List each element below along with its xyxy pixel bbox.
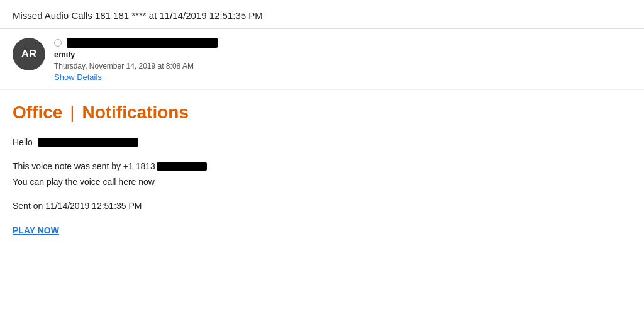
recipient-redacted [67, 38, 218, 48]
separator: | [70, 103, 74, 122]
sent-on-line: Sent on 11/14/2019 12:51:35 PM [13, 199, 631, 213]
notifications-label: Notifications [82, 103, 189, 122]
show-details-container: Show Details [54, 72, 218, 82]
email-body: Office | Notifications Hello This voice … [0, 90, 644, 250]
body-content: Hello This voice note was sent by +1 181… [13, 135, 631, 237]
office-label: Office [13, 103, 62, 122]
hello-name-redacted [38, 138, 138, 147]
show-details-link[interactable]: Show Details [54, 72, 102, 82]
sender-name: emily [54, 49, 218, 59]
avatar: AR [13, 38, 45, 70]
sender-date: Thursday, November 14, 2019 at 8:08 AM [54, 60, 218, 70]
play-call-line: You can play the voice call here now [13, 175, 631, 189]
play-now-container: PLAY NOW [13, 223, 631, 237]
email-subject: Missed Audio Calls 181 181 **** at 11/14… [0, 0, 644, 29]
voice-note-line: This voice note was sent by +1 1813 [13, 159, 631, 173]
office-notifications-heading: Office | Notifications [13, 103, 631, 123]
hello-line: Hello [13, 135, 631, 149]
phone-suffix-redacted [157, 162, 207, 171]
play-now-link[interactable]: PLAY NOW [13, 225, 59, 235]
sender-row: AR emily Thursday, November 14, 2019 at … [0, 29, 644, 90]
sender-info: emily Thursday, November 14, 2019 at 8:0… [54, 38, 218, 82]
sender-to-line [54, 38, 218, 48]
to-indicator-icon [54, 39, 62, 47]
